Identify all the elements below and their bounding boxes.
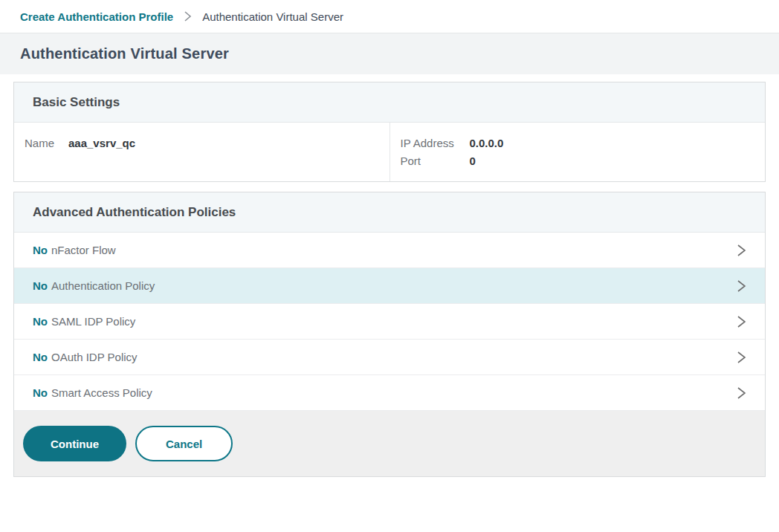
chevron-right-icon — [737, 350, 746, 365]
cancel-button[interactable]: Cancel — [135, 426, 233, 461]
policy-label: SAML IDP Policy — [51, 315, 135, 328]
policy-row-saml-idp-policy[interactable]: No SAML IDP Policy — [14, 304, 765, 340]
breadcrumb-link-create-authentication-profile[interactable]: Create Authentication Profile — [20, 10, 173, 23]
chevron-right-icon — [184, 10, 192, 22]
policy-row-nfactor-flow[interactable]: No nFactor Flow — [14, 233, 765, 268]
policy-count: No — [33, 315, 48, 328]
basic-settings-header: Basic Settings — [14, 82, 765, 123]
policy-count: No — [33, 386, 48, 399]
basic-settings-title: Basic Settings — [33, 95, 120, 110]
advanced-auth-policies-panel: Advanced Authentication Policies No nFac… — [13, 192, 766, 477]
policy-row-authentication-policy[interactable]: No Authentication Policy — [14, 268, 765, 304]
action-footer: Continue Cancel — [14, 411, 765, 476]
policy-count: No — [33, 351, 48, 363]
port-label: Port — [401, 155, 470, 167]
advanced-auth-policies-header: Advanced Authentication Policies — [14, 192, 765, 233]
policy-count: No — [33, 244, 48, 256]
name-label: Name — [25, 137, 68, 149]
ip-address-label: IP Address — [401, 137, 470, 149]
title-band: Authentication Virtual Server — [0, 33, 779, 74]
chevron-right-icon — [737, 386, 746, 400]
policy-row-oauth-idp-policy[interactable]: No OAuth IDP Policy — [14, 340, 765, 375]
policy-label: nFactor Flow — [51, 244, 116, 256]
name-value: aaa_vsrv_qc — [68, 137, 135, 149]
content-area: Basic Settings Name aaa_vsrv_qc IP Addre… — [0, 74, 779, 477]
advanced-auth-policies-title: Advanced Authentication Policies — [33, 205, 236, 220]
ip-address-value: 0.0.0.0 — [470, 137, 755, 149]
policy-label: Authentication Policy — [51, 279, 155, 292]
basic-settings-left-column: Name aaa_vsrv_qc — [14, 123, 390, 181]
port-value: 0 — [470, 155, 755, 167]
basic-settings-body: Name aaa_vsrv_qc IP Address 0.0.0.0 Port… — [14, 123, 765, 181]
policy-label: OAuth IDP Policy — [51, 351, 138, 363]
policy-row-smart-access-policy[interactable]: No Smart Access Policy — [14, 375, 765, 411]
basic-settings-panel: Basic Settings Name aaa_vsrv_qc IP Addre… — [13, 82, 766, 182]
policy-count: No — [33, 279, 48, 292]
basic-settings-right-column: IP Address 0.0.0.0 Port 0 — [390, 123, 766, 181]
chevron-right-icon — [737, 243, 746, 258]
breadcrumb: Create Authentication Profile Authentica… — [0, 0, 779, 33]
policy-label: Smart Access Policy — [51, 386, 152, 399]
continue-button[interactable]: Continue — [23, 426, 126, 461]
breadcrumb-current: Authentication Virtual Server — [202, 10, 343, 23]
chevron-right-icon — [737, 314, 746, 329]
chevron-right-icon — [737, 279, 746, 293]
page-title: Authentication Virtual Server — [20, 45, 229, 62]
